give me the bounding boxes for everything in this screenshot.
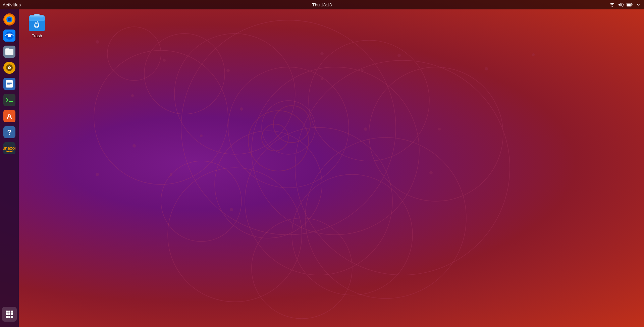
svg-point-29 [230,208,233,211]
svg-point-20 [273,106,310,143]
appstore-icon: A [3,110,15,122]
trash-desktop-icon[interactable]: Trash [26,12,48,40]
svg-point-28 [96,173,99,176]
battery-icon[interactable] [627,2,633,8]
trash-label: Trash [32,34,42,38]
svg-point-24 [240,107,243,111]
svg-point-32 [361,69,364,72]
desktop [0,0,644,327]
svg-point-26 [132,144,136,148]
svg-point-40 [612,6,613,7]
svg-point-57 [9,67,10,68]
writer-icon [3,78,15,90]
svg-point-31 [320,52,324,55]
dock-item-rhythmbox[interactable] [2,60,17,75]
dock-item-writer[interactable] [2,76,17,91]
svg-point-5 [228,67,349,188]
dock-item-terminal[interactable] [2,93,17,107]
svg-point-25 [200,134,203,137]
svg-rect-53 [5,48,9,50]
svg-rect-59 [6,80,13,88]
activities-button[interactable]: Activities [3,2,21,7]
svg-point-22 [163,59,166,62]
svg-point-30 [131,94,134,97]
terminal-icon [3,94,15,106]
svg-point-23 [226,69,230,72]
trash-icon-svg [28,13,46,32]
dock-bottom [0,307,19,322]
files-icon [3,46,15,58]
svg-point-34 [438,128,441,130]
svg-rect-73 [34,14,40,16]
svg-text:?: ? [7,128,11,137]
dock-item-thunderbird[interactable] [2,28,17,43]
svg-point-14 [161,161,241,241]
amazon-icon: amazon [3,142,15,154]
topbar-right [609,2,644,8]
help-icon: ? [3,126,15,138]
network-icon[interactable] [609,2,615,8]
svg-point-10 [369,67,503,201]
grid-dots-icon [6,311,13,318]
svg-point-50 [8,34,11,37]
svg-point-33 [397,54,401,57]
system-dropdown-icon[interactable] [635,2,641,8]
thunderbird-icon [3,30,15,42]
svg-point-35 [485,67,488,70]
svg-point-15 [292,174,413,295]
dock-item-files[interactable] [2,44,17,59]
svg-point-39 [364,127,367,131]
dock-item-appstore[interactable]: A [2,109,17,123]
svg-point-37 [429,171,433,174]
svg-rect-63 [3,94,15,106]
wallpaper [0,0,644,327]
svg-point-19 [262,124,288,151]
rhythmbox-icon [3,62,15,74]
svg-point-9 [295,60,510,275]
svg-point-38 [321,77,323,80]
svg-point-27 [170,173,172,176]
svg-point-2 [144,34,225,114]
svg-rect-60 [7,82,12,83]
dock-item-amazon[interactable]: amazon [2,141,17,156]
dock-item-help[interactable]: ? [2,125,17,140]
topbar-center: Thu 18:13 [312,2,332,7]
svg-point-4 [107,27,161,80]
dock-item-firefox[interactable] [2,12,17,27]
svg-point-11 [245,127,392,275]
svg-rect-62 [7,85,10,85]
dock: A ? amazon [0,9,19,327]
svg-point-3 [94,50,228,184]
svg-rect-43 [632,4,632,5]
svg-text:A: A [7,112,12,120]
svg-point-0 [181,20,396,235]
svg-text:amazon: amazon [3,146,15,151]
svg-rect-61 [7,83,12,84]
firefox-icon [3,13,15,25]
topbar: Activities Thu 18:13 [0,0,644,9]
volume-icon[interactable] [618,2,624,8]
svg-point-1 [174,34,295,154]
show-applications-button[interactable] [2,307,17,322]
svg-point-47 [8,18,11,21]
datetime-display[interactable]: Thu 18:13 [312,2,332,7]
svg-rect-42 [627,4,631,6]
svg-point-21 [96,40,99,44]
svg-point-8 [309,40,429,161]
topbar-left: Activities [0,2,21,7]
svg-point-36 [532,53,535,56]
